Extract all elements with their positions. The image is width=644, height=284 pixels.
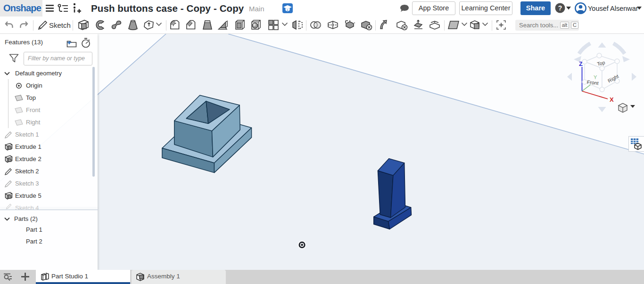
svg-text:?: ? [558,4,562,12]
svg-text:Y: Y [594,74,597,80]
svg-text:X: X [610,96,614,103]
